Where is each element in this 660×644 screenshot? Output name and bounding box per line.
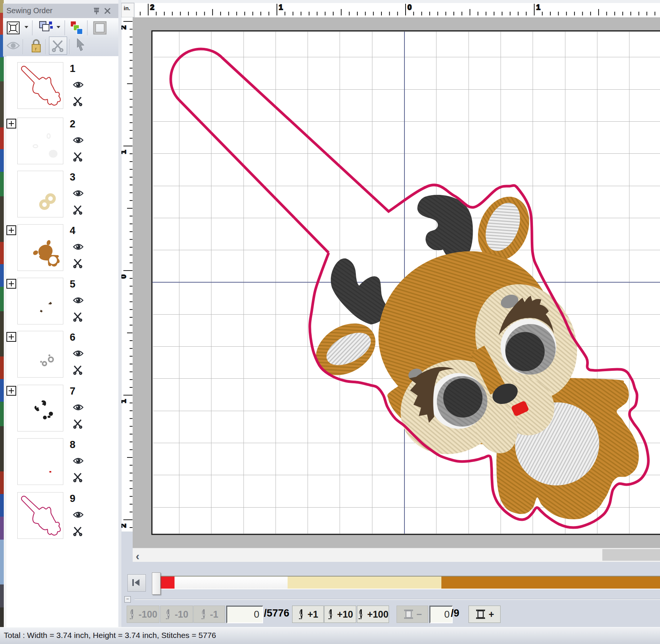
svg-text:0: 0 xyxy=(121,275,127,279)
svg-text:1: 1 xyxy=(121,399,127,403)
svg-text:r: r xyxy=(35,46,37,52)
svg-text:2: 2 xyxy=(150,3,154,11)
svg-text:0: 0 xyxy=(407,3,412,11)
svg-text:2: 2 xyxy=(121,25,127,29)
svg-text:1: 1 xyxy=(279,3,283,11)
svg-text:1: 1 xyxy=(121,150,127,154)
svg-text:in.: in. xyxy=(124,5,130,11)
svg-text:1: 1 xyxy=(536,3,540,11)
svg-text:2: 2 xyxy=(121,524,127,528)
